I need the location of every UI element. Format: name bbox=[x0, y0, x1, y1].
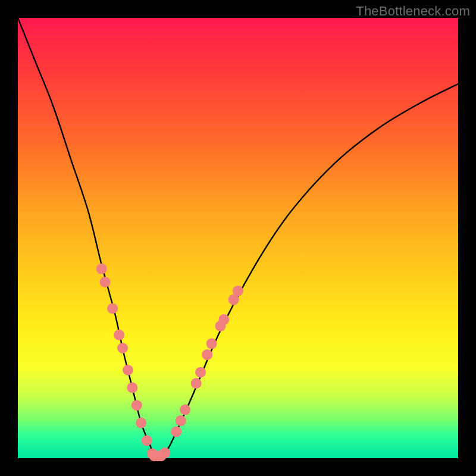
highlight-dot bbox=[218, 314, 229, 325]
highlight-dot bbox=[159, 447, 170, 458]
watermark-label: TheBottleneck.com bbox=[356, 4, 470, 19]
chart-stage: TheBottleneck.com bbox=[0, 0, 476, 476]
highlight-dot bbox=[233, 286, 243, 296]
highlight-dot bbox=[117, 343, 128, 353]
plot-area bbox=[18, 18, 458, 458]
highlight-dot bbox=[142, 435, 152, 446]
highlight-dot bbox=[100, 277, 111, 287]
highlight-dot bbox=[127, 383, 137, 393]
highlight-dot bbox=[114, 330, 124, 340]
bottleneck-curve bbox=[18, 18, 458, 457]
highlight-dot bbox=[136, 418, 146, 428]
highlight-dots bbox=[96, 264, 243, 462]
highlight-dot bbox=[96, 264, 107, 274]
highlight-dot bbox=[180, 405, 190, 415]
highlight-dot bbox=[107, 303, 118, 314]
highlight-dot bbox=[171, 427, 181, 437]
highlight-dot bbox=[206, 339, 217, 349]
highlight-dot bbox=[123, 365, 133, 375]
highlight-dot bbox=[176, 415, 186, 426]
highlight-dot bbox=[202, 349, 212, 360]
chart-svg bbox=[18, 18, 458, 458]
highlight-dot bbox=[131, 400, 142, 411]
highlight-dot bbox=[191, 378, 202, 389]
highlight-dot bbox=[195, 367, 206, 378]
